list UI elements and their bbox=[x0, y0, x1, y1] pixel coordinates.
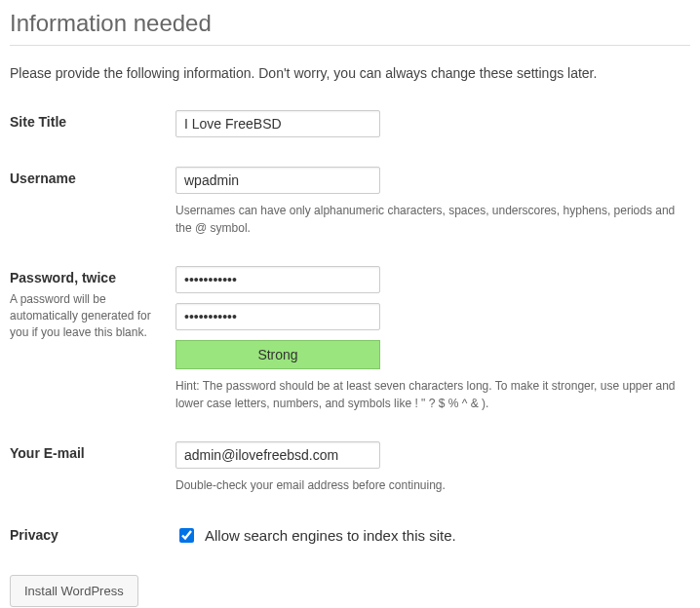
password-sublabel: A password will be automatically generat… bbox=[10, 291, 175, 340]
row-password: Password, twice A password will be autom… bbox=[10, 266, 690, 412]
password-strength-meter: Strong bbox=[175, 340, 380, 369]
email-hint: Double-check your email address before c… bbox=[175, 476, 690, 494]
privacy-label: Privacy bbox=[10, 527, 175, 543]
username-input[interactable] bbox=[175, 167, 380, 194]
username-hint: Usernames can have only alphanumeric cha… bbox=[175, 202, 690, 237]
password-label: Password, twice bbox=[10, 270, 175, 285]
password-input-1[interactable] bbox=[175, 266, 380, 293]
row-site-title: Site Title bbox=[10, 110, 690, 137]
privacy-checkbox[interactable] bbox=[179, 528, 194, 543]
username-label: Username bbox=[10, 171, 175, 186]
password-input-2[interactable] bbox=[175, 303, 380, 330]
password-hint: Hint: The password should be at least se… bbox=[175, 377, 690, 412]
install-wordpress-button[interactable]: Install WordPress bbox=[10, 575, 138, 607]
row-username: Username Usernames can have only alphanu… bbox=[10, 167, 690, 237]
row-privacy: Privacy Allow search engines to index th… bbox=[10, 523, 690, 546]
page-heading: Information needed bbox=[10, 10, 690, 46]
site-title-input[interactable] bbox=[175, 110, 380, 137]
privacy-checkbox-label[interactable]: Allow search engines to index this site. bbox=[205, 527, 456, 544]
email-label: Your E-mail bbox=[10, 445, 175, 461]
intro-text: Please provide the following information… bbox=[10, 65, 690, 81]
site-title-label: Site Title bbox=[10, 114, 175, 130]
email-input[interactable] bbox=[175, 441, 380, 469]
row-email: Your E-mail Double-check your email addr… bbox=[10, 441, 690, 494]
